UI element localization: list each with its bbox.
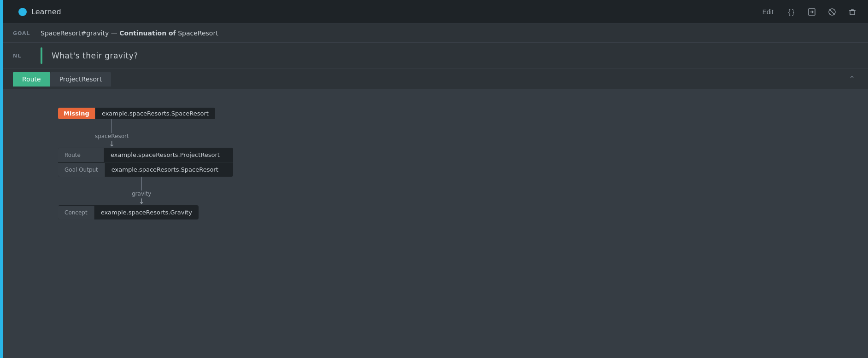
- route-row-label: Route: [58, 148, 104, 162]
- goal-row: GOAL SpaceResort#gravity — Continuation …: [0, 24, 868, 43]
- connector-2: gravity ↓: [132, 177, 151, 205]
- nl-text: What's their gravity?: [52, 51, 138, 60]
- connector-line-2: [141, 177, 142, 191]
- tab-collapse-chevron[interactable]: ⌃: [849, 75, 855, 83]
- goal-text: SpaceResort#gravity — Continuation of Sp…: [41, 29, 218, 37]
- header-bar: Learned Edit { }: [0, 0, 868, 24]
- app-container: Learned Edit { }: [0, 0, 868, 358]
- goal-output-value: example.spaceResorts.SpaceResort: [105, 162, 225, 177]
- svg-rect-3: [850, 11, 855, 15]
- export-button[interactable]: [805, 6, 818, 18]
- nl-label: NL: [13, 53, 31, 59]
- edit-button[interactable]: Edit: [759, 6, 777, 17]
- tab-project-resort[interactable]: ProjectResort: [50, 72, 111, 87]
- trash-button[interactable]: [846, 6, 859, 18]
- header-actions: Edit { }: [759, 6, 859, 18]
- connector-label-1: spaceResort: [95, 133, 129, 139]
- route-row: Route example.spaceResorts.ProjectResort: [58, 148, 233, 162]
- tab-route[interactable]: Route: [13, 72, 50, 87]
- top-node-row: Missing example.spaceResorts.SpaceResort: [58, 108, 215, 119]
- concept-node: Concept example.spaceResorts.Gravity: [58, 205, 199, 219]
- app-logo-dot: [18, 8, 27, 16]
- missing-badge: Missing: [58, 108, 95, 119]
- connector-1: spaceResort ↓: [95, 119, 129, 148]
- goal-label: GOAL: [13, 30, 31, 36]
- goal-text-bold: Continuation of: [119, 29, 176, 37]
- connector-label-2: gravity: [132, 191, 151, 197]
- goal-text-prefix: SpaceResort#gravity: [41, 29, 109, 37]
- connector-arrow-2: ↓: [138, 198, 144, 205]
- goal-output-label: Goal Output: [58, 163, 105, 177]
- header-left: Learned: [18, 7, 61, 16]
- tab-list: Route ProjectResort: [13, 72, 111, 87]
- trash-icon: [848, 7, 857, 17]
- export-icon: [807, 7, 816, 17]
- goal-text-suffix: SpaceResort: [178, 29, 218, 37]
- concept-node-label: Concept: [58, 206, 94, 219]
- nl-accent-bar: [41, 47, 42, 64]
- connector-line-1: [111, 119, 112, 133]
- diagram-wrapper: Missing example.spaceResorts.SpaceResort…: [58, 108, 840, 219]
- top-node-path: example.spaceResorts.SpaceResort: [95, 108, 215, 119]
- braces-button[interactable]: { }: [785, 6, 798, 17]
- tab-bar: Route ProjectResort ⌃: [0, 69, 868, 89]
- concept-node-value: example.spaceResorts.Gravity: [94, 205, 199, 219]
- block-button[interactable]: [826, 6, 839, 18]
- block-icon: [827, 7, 837, 17]
- nl-row: NL What's their gravity?: [0, 43, 868, 69]
- route-goal-box: Route example.spaceResorts.ProjectResort…: [58, 148, 233, 177]
- svg-line-2: [830, 9, 835, 14]
- goal-text-separator: —: [111, 29, 119, 37]
- app-title: Learned: [31, 7, 61, 16]
- diagram-area: Missing example.spaceResorts.SpaceResort…: [3, 89, 868, 358]
- route-row-value: example.spaceResorts.ProjectResort: [104, 148, 226, 162]
- connector-arrow-1: ↓: [109, 140, 115, 148]
- goal-output-row: Goal Output example.spaceResorts.SpaceRe…: [58, 162, 233, 177]
